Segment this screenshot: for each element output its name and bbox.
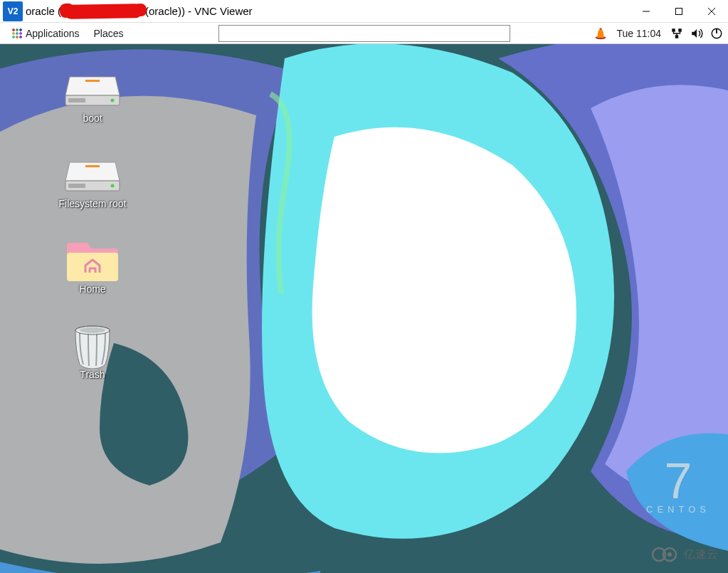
applications-label: Applications <box>26 28 80 39</box>
svg-marker-17 <box>65 162 120 181</box>
svg-rect-7 <box>678 28 682 32</box>
desktop-icon-label: boot <box>83 112 102 124</box>
desktop-icon-filesystem-root[interactable]: Filesystem root <box>43 158 142 209</box>
gnome-top-bar: Applications Places Tue 11:04 <box>0 23 728 44</box>
title-prefix: oracle ( <box>26 5 61 17</box>
window-controls <box>630 0 728 23</box>
svg-rect-6 <box>672 28 675 32</box>
places-label: Places <box>94 28 124 39</box>
desktop-icon-label: Filesystem root <box>59 198 127 209</box>
applications-menu[interactable]: Applications <box>4 28 87 39</box>
centos-branding: 7 CENTOS <box>646 459 710 515</box>
clock-text: Tue 11:04 <box>616 28 661 39</box>
clock[interactable]: Tue 11:04 <box>613 28 664 39</box>
svg-rect-22 <box>67 253 118 281</box>
svg-rect-8 <box>675 35 679 38</box>
svg-point-28 <box>668 552 672 557</box>
power-icon[interactable] <box>709 26 724 41</box>
desktop-icon-trash[interactable]: Trash <box>43 329 142 380</box>
desktop-icons-column: boot Filesystem root <box>43 73 142 380</box>
svg-rect-5 <box>600 28 602 29</box>
places-menu[interactable]: Places <box>87 28 131 39</box>
volume-icon[interactable] <box>690 26 704 41</box>
centos-name: CENTOS <box>646 504 710 515</box>
desktop-icon-label: Trash <box>80 369 105 380</box>
maximize-button[interactable] <box>663 0 695 23</box>
redacted-hostname <box>64 4 142 19</box>
svg-rect-14 <box>85 80 100 82</box>
title-suffix: (oracle)) - VNC Viewer <box>145 5 253 17</box>
desktop-icon-boot[interactable]: boot <box>43 73 142 124</box>
drive-icon <box>64 73 121 108</box>
minimize-button[interactable] <box>630 0 663 23</box>
watermark-logo-icon <box>651 546 680 563</box>
close-button[interactable] <box>695 0 728 23</box>
alert-icon[interactable] <box>594 26 608 41</box>
window-title: oracle ( (oracle)) - VNC Viewer <box>26 4 253 19</box>
svg-rect-16 <box>68 98 85 102</box>
svg-marker-12 <box>65 77 120 95</box>
watermark: 亿速云 <box>651 546 718 563</box>
desktop-icon-label: Home <box>79 283 105 295</box>
center-panel-field[interactable] <box>218 25 510 42</box>
svg-point-15 <box>111 99 115 102</box>
desktop[interactable]: boot Filesystem root <box>0 44 728 573</box>
svg-point-25 <box>80 327 105 333</box>
svg-rect-19 <box>85 165 100 167</box>
svg-point-20 <box>111 184 115 188</box>
svg-rect-21 <box>68 184 85 188</box>
gnome-tray: Tue 11:04 <box>594 26 724 41</box>
drive-icon <box>64 158 121 194</box>
applications-icon <box>11 28 23 39</box>
network-icon[interactable] <box>670 26 684 41</box>
svg-rect-1 <box>676 8 682 14</box>
home-folder-icon <box>64 243 121 279</box>
window-titlebar: V2 oracle ( (oracle)) - VNC Viewer <box>0 0 728 23</box>
watermark-text: 亿速云 <box>684 547 718 562</box>
centos-version: 7 <box>646 459 710 504</box>
desktop-icon-home[interactable]: Home <box>43 243 142 295</box>
trash-icon <box>64 329 121 364</box>
vnc-logo-icon: V2 <box>3 1 23 21</box>
